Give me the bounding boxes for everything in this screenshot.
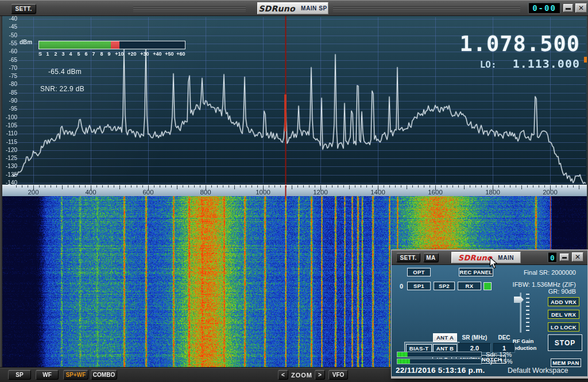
gr-label: GR: 90dB xyxy=(548,288,576,295)
titlebar-grip-right xyxy=(333,5,520,12)
sdruno-application: SETT. SDRuno MAIN SP 0-00 ✕ -40-45-50-55… xyxy=(0,0,588,382)
mode-combo-button[interactable]: COMBO xyxy=(91,370,117,380)
zoom-in-button[interactable]: > xyxy=(315,370,325,380)
db-axis-label: -45 xyxy=(0,24,17,30)
snr-readout: SNR: 22.9 dB xyxy=(40,85,84,93)
db-axis-label: -95 xyxy=(0,106,17,112)
rx-index-label: 0 xyxy=(400,283,403,290)
db-axis-label: -50 xyxy=(0,32,17,38)
rx-status-indicator xyxy=(483,282,492,290)
db-axis-label: -105 xyxy=(0,122,17,128)
s-meter[interactable] xyxy=(38,41,185,49)
mouse-cursor-icon xyxy=(489,257,498,270)
sdr-cpu-bar xyxy=(397,352,482,357)
s-meter-tick-label: 1 xyxy=(46,51,49,57)
del-vrx-button[interactable]: DEL VRX xyxy=(548,310,579,319)
rx-button[interactable]: RX xyxy=(458,282,481,290)
dec-label: DEC xyxy=(493,334,515,341)
s-meter-tick-label: 5 xyxy=(77,51,80,57)
mem-pan-button[interactable]: MEM PAN xyxy=(551,358,581,367)
mode-wf-button[interactable]: WF xyxy=(36,370,59,380)
main-sp-window-title: MAIN SP xyxy=(301,5,327,11)
main-panel-close-button[interactable]: ✕ xyxy=(572,252,583,262)
rf-gain-slider-ticks xyxy=(526,294,529,333)
sdr-usage-label: Sdr: 12% xyxy=(486,351,512,358)
s-meter-tick-label: 4 xyxy=(69,51,72,57)
s-meter-red-bar xyxy=(111,41,119,49)
main-panel-body: OPT REC PANEL Final SR: 2000000 IFBW: 1.… xyxy=(392,265,587,376)
s-meter-tick-label: 8 xyxy=(100,51,103,57)
stop-button[interactable]: STOP xyxy=(548,334,582,351)
db-axis-label: -100 xyxy=(0,114,17,120)
ma-button[interactable]: MA xyxy=(423,253,439,262)
sys-usage-label: Sys: 15% xyxy=(486,358,512,365)
s-meter-tick-label: 6 xyxy=(84,51,87,57)
panel-digit-display: 0 xyxy=(548,252,557,263)
db-axis-label: -40 xyxy=(0,15,17,22)
rf-gain-slider-thumb[interactable] xyxy=(514,297,524,303)
main-sp-titlebar[interactable]: SETT. SDRuno MAIN SP 0-00 ✕ xyxy=(0,0,588,16)
s-meter-tick-label: S xyxy=(38,51,42,57)
sp1-button[interactable]: SP1 xyxy=(407,282,431,290)
db-axis-label: -65 xyxy=(0,57,17,63)
sdruno-logo: SDRuno xyxy=(458,254,492,262)
minimize-icon xyxy=(562,257,567,259)
frequency-axis: 200400600800100012001400160018002000 xyxy=(0,185,588,196)
workspace-label: Default Workspace xyxy=(508,367,568,375)
sp2-button[interactable]: SP2 xyxy=(434,282,455,290)
titlebar-grip-left xyxy=(133,5,246,12)
s-meter-tick-label: 2 xyxy=(54,51,57,57)
main-panel-settings-button[interactable]: SETT. xyxy=(396,253,420,262)
zoom-out-button[interactable]: < xyxy=(278,370,288,380)
main-sp-close-button[interactable]: ✕ xyxy=(575,3,587,13)
db-axis-label: -120 xyxy=(0,147,17,153)
s-meter-tick-label: 7 xyxy=(92,51,95,57)
power-readout: -65.4 dBm xyxy=(48,68,82,76)
spectrum-display[interactable]: -40-45-50-55-60-65-70-75-80-85-90-95-100… xyxy=(0,16,588,185)
s-meter-tick-label: +20 xyxy=(127,51,136,57)
s-meter-tick-label: 3 xyxy=(61,51,64,57)
main-sp-minimize-button[interactable] xyxy=(563,4,573,12)
window-border-left xyxy=(0,16,2,367)
s-meter-tick-label: +30 xyxy=(140,51,149,57)
add-vrx-button[interactable]: ADD VRX xyxy=(548,297,579,306)
db-axis-label: -90 xyxy=(0,98,17,104)
frequency-axis-label: 1400 xyxy=(370,189,385,196)
frequency-axis-label: 600 xyxy=(142,189,153,196)
db-axis-label: -135 xyxy=(0,171,17,178)
main-sp-title-plate[interactable]: SDRuno MAIN SP xyxy=(257,2,328,14)
zoom-label: ZOOM xyxy=(291,372,312,379)
frequency-axis-label: 200 xyxy=(28,189,38,196)
db-axis-unit: dBm xyxy=(20,39,32,45)
db-axis-label: -130 xyxy=(0,163,17,169)
minimize-icon xyxy=(566,8,571,10)
frequency-display[interactable]: 1.078.500 LO: 1.113.000 xyxy=(460,33,580,71)
main-panel-minimize-button[interactable] xyxy=(560,254,569,261)
final-sr-label: Final SR: 2000000 xyxy=(524,269,576,276)
mode-sp-wf-button[interactable]: SP+WF xyxy=(63,370,88,380)
datetime-label: 22/11/2016 5:13:16 p.m. xyxy=(396,366,485,375)
frequency-axis-label: 1800 xyxy=(485,189,500,196)
lo-lock-button[interactable]: LO LOCK xyxy=(548,322,579,332)
tuned-frequency-value[interactable]: 1.078.500 xyxy=(460,33,580,54)
main-panel-title-plate[interactable]: SDRuno MAIN xyxy=(451,252,521,263)
ant-a-button[interactable]: ANT A xyxy=(433,333,457,342)
main-panel-window-title: MAIN xyxy=(498,255,514,261)
db-axis-label: -75 xyxy=(0,73,17,79)
frequency-axis-label: 1200 xyxy=(313,189,328,196)
main-sp-settings-button[interactable]: SETT. xyxy=(11,4,36,14)
vfo-button[interactable]: VFO xyxy=(328,370,348,380)
opt-button[interactable]: OPT xyxy=(407,268,431,276)
db-axis-label: -55 xyxy=(0,40,17,46)
mode-sp-button[interactable]: SP xyxy=(8,370,31,380)
s-meter-tick-label: +50 xyxy=(165,51,173,57)
db-axis-label: -80 xyxy=(0,81,17,87)
sr-mhz-label: SR (MHz) xyxy=(458,334,491,341)
s-meter-tick-label: +10 xyxy=(115,51,123,57)
db-axis-label: -85 xyxy=(0,89,17,96)
frequency-axis-label: 400 xyxy=(85,189,96,196)
db-axis-label: -60 xyxy=(0,48,17,54)
s-meter-tick-label: +40 xyxy=(153,51,161,57)
rec-panel-button[interactable]: REC PANEL xyxy=(459,268,493,276)
lo-frequency-value[interactable]: 1.113.000 xyxy=(513,57,580,71)
